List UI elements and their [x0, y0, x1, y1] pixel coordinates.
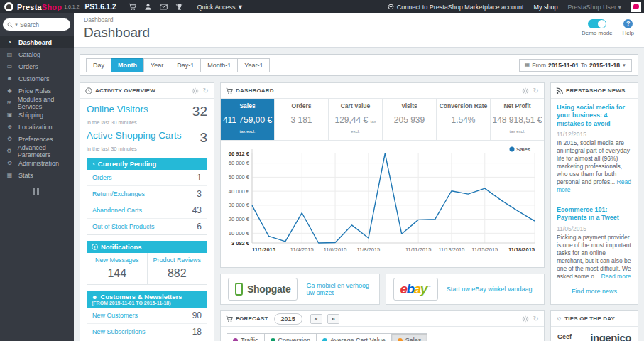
list-item: Out of Stock Products6: [87, 219, 207, 234]
help-icon[interactable]: ?: [623, 19, 633, 28]
range-month-button[interactable]: Month: [111, 58, 144, 72]
forecast-series-toggles: Traffic Conversion Average Cart Value Sa…: [227, 333, 537, 341]
sidebar-item-modules-and-services[interactable]: ⊞Modules and Services: [0, 97, 74, 109]
refresh-icon[interactable]: ↻: [533, 87, 539, 94]
sidebar-item-price-rules[interactable]: ◆Price Rules: [0, 85, 74, 97]
shopgate-banner[interactable]: Shopgate Ga mobiel en verhoog uw omzet: [220, 274, 380, 305]
kpi-tab-visits[interactable]: Visits205 939: [383, 99, 437, 140]
forecast-next-button[interactable]: »: [327, 314, 339, 324]
out-of-stock-link[interactable]: Out of Stock Products: [92, 223, 155, 230]
connect-marketplace-link[interactable]: Connect to PrestaShop Marketplace accoun…: [388, 4, 524, 11]
kpi-tab-orders[interactable]: Orders3 181: [275, 99, 329, 140]
product-reviews-cell[interactable]: Product Reviews882: [147, 253, 207, 284]
gear-icon[interactable]: [522, 87, 529, 94]
clock-icon: [85, 87, 92, 94]
customers-newsletters-header: ☻Customers & Newsletters(FROM 2015-11-01…: [87, 291, 207, 308]
search-input[interactable]: [20, 21, 57, 28]
demo-mode-toggle[interactable]: [588, 19, 606, 28]
svg-text:30 000 €: 30 000 €: [229, 202, 250, 208]
sidebar-item-preferences[interactable]: ⚙Preferences: [0, 133, 74, 145]
sidebar-item-label: Administration: [18, 160, 59, 167]
article-date: 11/12/2015: [557, 131, 632, 138]
bell-icon: !: [92, 244, 98, 250]
user-menu[interactable]: PrestaShop User ▾: [567, 4, 621, 11]
range-year-button[interactable]: Year: [143, 58, 170, 72]
connect-marketplace-label: Connect to PrestaShop Marketplace accoun…: [397, 4, 524, 11]
abandoned-carts-link[interactable]: Abandoned Carts: [92, 207, 142, 214]
user-icon[interactable]: [140, 3, 155, 11]
gear-icon[interactable]: [192, 87, 199, 94]
clock-icon: ◔: [92, 161, 95, 168]
orders-link[interactable]: Orders: [92, 174, 112, 181]
person-icon: ☻: [92, 294, 97, 301]
panel-title: PRESTASHOP NEWS: [566, 87, 626, 94]
sidebar-item-catalog[interactable]: ▤Catalog: [0, 48, 74, 60]
new-messages-link[interactable]: New Messages: [89, 256, 146, 264]
sidebar-item-label: Localization: [18, 124, 53, 131]
sidebar-collapse-button[interactable]: [33, 188, 41, 195]
kpi-tab-cart-value[interactable]: Cart Value129,44 € tax excl.: [329, 99, 383, 140]
ebay-banner[interactable]: ebay™ Start uw eBay winkel vandaag: [386, 274, 545, 305]
new-subscriptions-value: 18: [192, 327, 202, 337]
kpi-tab-net-profit[interactable]: Net Profit148 918,51 € tax excl.: [491, 99, 544, 140]
gear-icon[interactable]: [522, 315, 529, 323]
sidebar-item-advanced-parameters[interactable]: ⚙Advanced Parameters: [0, 145, 74, 157]
sidebar-item-dashboard[interactable]: ◔Dashboard: [0, 36, 74, 48]
svg-text:50 000 €: 50 000 €: [229, 174, 250, 180]
cart-icon[interactable]: [124, 3, 140, 11]
sidebar-item-orders[interactable]: ▭Orders: [0, 60, 74, 72]
article-title-link[interactable]: Ecommerce 101: Payments in a Tweet: [557, 206, 632, 222]
shopgate-link[interactable]: Ga mobiel en verhoog uw omzet: [306, 282, 371, 296]
svg-text:60 000 €: 60 000 €: [229, 160, 250, 166]
range-year-1-button[interactable]: Year-1: [237, 58, 270, 72]
sidebar-item-customers[interactable]: ☻Customers: [0, 72, 74, 85]
date-separator: To: [581, 62, 587, 69]
kpi-tab-conversion-rate[interactable]: Conversion Rate1.54%: [437, 99, 491, 140]
user-avatar[interactable]: [631, 2, 641, 12]
toggle-traffic[interactable]: Traffic: [227, 333, 265, 341]
range-day-button[interactable]: Day: [86, 58, 111, 72]
chart-svg: 66 912 €60 000 €50 000 €40 000 €30 000 €…: [222, 144, 541, 264]
sidebar-search[interactable]: ▼: [3, 18, 70, 31]
tips-of-the-day-panel: ☼ TIPS OF THE DAY ingenico Payment servi…: [550, 310, 638, 341]
ebay-link[interactable]: Start uw eBay winkel vandaag: [447, 286, 533, 293]
returns-link[interactable]: Return/Exchanges: [92, 190, 145, 197]
toggle-average-cart-value[interactable]: Average Cart Value: [316, 333, 392, 341]
new-subscriptions-link[interactable]: New Subscriptions: [92, 328, 146, 335]
sidebar-item-stats[interactable]: ▦Stats: [0, 169, 74, 181]
help-label: Help: [623, 30, 634, 36]
sidebar-item-shipping[interactable]: ▣Shipping: [0, 109, 74, 121]
refresh-icon[interactable]: ↻: [533, 315, 539, 323]
active-carts-link[interactable]: Active Shopping Carts: [87, 130, 182, 141]
range-day-1-button[interactable]: Day-1: [170, 58, 201, 72]
trophy-icon[interactable]: [171, 3, 187, 11]
refresh-icon[interactable]: ↻: [203, 87, 209, 94]
my-shop-link[interactable]: My shop: [533, 4, 557, 11]
product-reviews-link[interactable]: Product Reviews: [149, 256, 206, 264]
article-title-link[interactable]: Using social media for your business: 4 …: [557, 104, 632, 128]
date-range-picker[interactable]: ▦ From 2015-11-01 To 2015-11-18 ▼: [519, 59, 632, 72]
sidebar-item-label: Stats: [18, 172, 33, 179]
forecast-prev-button[interactable]: «: [310, 314, 322, 324]
quick-access-menu[interactable]: Quick Access ▼: [197, 4, 243, 11]
sidebar-item-administration[interactable]: ⚙Administration: [0, 157, 74, 169]
catalog-icon: ▤: [6, 51, 13, 58]
range-month-1-button[interactable]: Month-1: [200, 58, 238, 72]
online-visitors-link[interactable]: Online Visitors: [87, 104, 148, 114]
breadcrumb[interactable]: Dashboard: [84, 16, 634, 23]
find-more-news-link[interactable]: Find more news: [557, 288, 632, 295]
search-scope-caret-icon[interactable]: ▼: [14, 23, 18, 27]
shopgate-phone-icon: [235, 283, 243, 296]
sidebar-item-localization[interactable]: ⊕Localization: [0, 121, 74, 133]
toggle-sales[interactable]: Sales: [391, 333, 428, 341]
list-item: New Subscriptions18: [87, 324, 207, 340]
gear-icon: ⚙: [6, 160, 13, 166]
new-messages-cell[interactable]: New Messages144: [87, 253, 147, 284]
read-more-link[interactable]: Read more: [601, 273, 631, 280]
kpi-tab-sales[interactable]: Sales411 759,00 € tax excl.: [221, 99, 275, 140]
toggle-conversion[interactable]: Conversion: [264, 333, 317, 341]
dashboard-panel: DASHBOARD ↻ Sales411 759,00 € tax excl. …: [220, 82, 545, 268]
mail-icon[interactable]: [155, 3, 171, 11]
new-customers-link[interactable]: New Customers: [92, 312, 138, 319]
sales-line-chart: 66 912 €60 000 €50 000 €40 000 €30 000 €…: [221, 141, 544, 267]
